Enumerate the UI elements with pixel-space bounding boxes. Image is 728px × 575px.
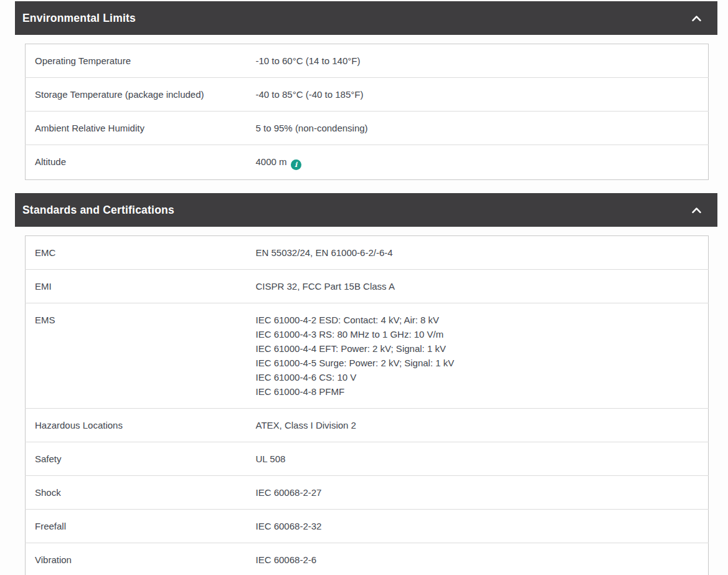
row-value: -10 to 60°C (14 to 140°F) (256, 44, 709, 78)
row-value: UL 508 (256, 442, 709, 476)
spec-table: EMC EN 55032/24, EN 61000-6-2/-6-4 EMI C… (25, 235, 709, 575)
row-label: EMI (26, 270, 256, 303)
row-value-text: 5 to 95% (non-condensing) (256, 123, 368, 133)
row-value-line: IEC 61000-4-5 Surge: Power: 2 kV; Signal… (256, 356, 699, 370)
row-value-line: IEC 60068-2-32 (256, 519, 699, 533)
table-row: Operating Temperature -10 to 60°C (14 to… (26, 44, 709, 78)
row-value-text: IEC 61000-4-5 Surge: Power: 2 kV; Signal… (256, 358, 455, 368)
section-title: Standards and Certifications (22, 204, 174, 217)
row-value: CISPR 32, FCC Part 15B Class A (256, 270, 709, 303)
table-row: EMI CISPR 32, FCC Part 15B Class A (26, 270, 709, 303)
row-value-line: EN 55032/24, EN 61000-6-2/-6-4 (256, 245, 699, 260)
row-value-text: 4000 m (256, 156, 287, 167)
row-value: IEC 60068-2-32 (256, 510, 709, 543)
row-value-text: IEC 60068-2-6 (256, 554, 317, 565)
table-row: EMC EN 55032/24, EN 61000-6-2/-6-4 (26, 236, 709, 270)
spec-section: Environmental Limits Operating Temperatu… (15, 1, 717, 180)
row-label: Operating Temperature (26, 44, 256, 78)
section-header-toggle[interactable]: Standards and Certifications (15, 193, 717, 227)
row-value: 4000 mi (256, 145, 709, 180)
row-value-line: IEC 61000-4-2 ESD: Contact: 4 kV; Air: 8… (256, 313, 699, 327)
table-row: Ambient Relative Humidity 5 to 95% (non-… (26, 112, 709, 145)
row-label: EMS (26, 303, 256, 409)
row-label: Ambient Relative Humidity (26, 112, 256, 145)
table-row: Hazardous Locations ATEX, Class I Divisi… (26, 409, 709, 442)
row-value-line: ATEX, Class I Division 2 (256, 418, 699, 432)
row-value-line: 4000 mi (256, 154, 699, 170)
row-label: Safety (26, 442, 256, 476)
row-value-line: IEC 60068-2-6 (256, 553, 699, 567)
row-label: Altitude (26, 145, 256, 180)
row-value: EN 55032/24, EN 61000-6-2/-6-4 (256, 236, 709, 270)
spec-page: Environmental Limits Operating Temperatu… (0, 0, 728, 575)
row-label: EMC (26, 236, 256, 270)
row-value-text: IEC 60068-2-32 (256, 521, 322, 531)
row-value-line: CISPR 32, FCC Part 15B Class A (256, 279, 699, 293)
row-value-text: IEC 60068-2-27 (256, 487, 322, 498)
table-row: Safety UL 508 (26, 442, 709, 476)
spec-table: Operating Temperature -10 to 60°C (14 to… (25, 44, 709, 180)
table-row: Shock IEC 60068-2-27 (26, 476, 709, 510)
spec-section: Standards and Certifications EMC EN 5503… (15, 193, 717, 575)
row-label: Vibration (26, 543, 256, 575)
table-row: Storage Temperature (package included) -… (26, 78, 709, 112)
row-label: Freefall (26, 510, 256, 543)
row-value-text: UL 508 (256, 454, 286, 464)
row-value: IEC 60068-2-6 (256, 543, 709, 575)
row-value-text: IEC 61000-4-3 RS: 80 MHz to 1 GHz: 10 V/… (256, 329, 444, 340)
table-row: EMS IEC 61000-4-2 ESD: Contact: 4 kV; Ai… (26, 303, 709, 409)
row-value-line: -40 to 85°C (-40 to 185°F) (256, 87, 699, 102)
row-label: Shock (26, 476, 256, 510)
row-value-line: -10 to 60°C (14 to 140°F) (256, 54, 699, 68)
info-icon[interactable]: i (291, 159, 301, 170)
table-row: Freefall IEC 60068-2-32 (26, 510, 709, 543)
row-value: 5 to 95% (non-condensing) (256, 112, 709, 145)
table-row: Altitude 4000 mi (26, 145, 709, 180)
row-value: -40 to 85°C (-40 to 185°F) (256, 78, 709, 112)
row-value-text: IEC 61000-4-6 CS: 10 V (256, 372, 357, 383)
row-value-text: EN 55032/24, EN 61000-6-2/-6-4 (256, 247, 393, 258)
row-value-text: IEC 61000-4-4 EFT: Power: 2 kV; Signal: … (256, 343, 446, 354)
row-value-line: IEC 61000-4-3 RS: 80 MHz to 1 GHz: 10 V/… (256, 327, 699, 341)
chevron-up-icon[interactable] (691, 14, 702, 22)
row-value-text: ATEX, Class I Division 2 (256, 420, 356, 430)
section-header-toggle[interactable]: Environmental Limits (15, 1, 717, 35)
table-row: Vibration IEC 60068-2-6 (26, 543, 709, 575)
row-label: Hazardous Locations (26, 409, 256, 442)
row-label: Storage Temperature (package included) (26, 78, 256, 112)
row-value-line: IEC 61000-4-6 CS: 10 V (256, 370, 699, 384)
row-value-line: UL 508 (256, 452, 699, 466)
row-value-text: -40 to 85°C (-40 to 185°F) (256, 89, 364, 100)
row-value-line: IEC 60068-2-27 (256, 485, 699, 500)
chevron-up-icon[interactable] (691, 206, 702, 214)
section-title: Environmental Limits (22, 12, 136, 25)
row-value-text: IEC 61000-4-2 ESD: Contact: 4 kV; Air: 8… (256, 315, 440, 325)
row-value-text: IEC 61000-4-8 PFMF (256, 386, 345, 397)
row-value: IEC 60068-2-27 (256, 476, 709, 510)
row-value: ATEX, Class I Division 2 (256, 409, 709, 442)
row-value-text: CISPR 32, FCC Part 15B Class A (256, 281, 395, 292)
row-value-line: IEC 61000-4-8 PFMF (256, 384, 699, 399)
row-value: IEC 61000-4-2 ESD: Contact: 4 kV; Air: 8… (256, 303, 709, 409)
row-value-text: -10 to 60°C (14 to 140°F) (256, 55, 361, 66)
row-value-line: 5 to 95% (non-condensing) (256, 121, 699, 135)
row-value-line: IEC 61000-4-4 EFT: Power: 2 kV; Signal: … (256, 341, 699, 356)
